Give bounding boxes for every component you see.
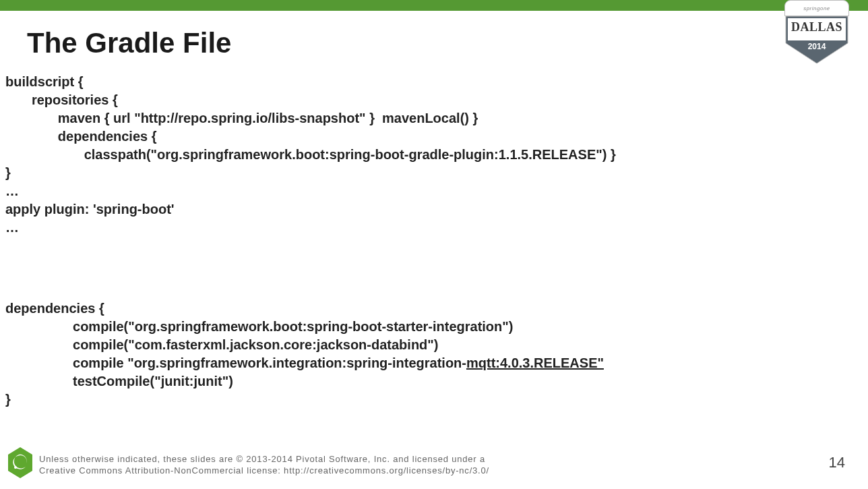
page-number: 14: [829, 454, 845, 471]
badge-city: DALLAS: [784, 20, 849, 34]
svg-point-1: [14, 466, 17, 469]
code-block-buildscript: buildscript { repositories { maven { url…: [5, 73, 616, 237]
badge-brand: springone: [784, 0, 849, 16]
code-deps-suffix: testCompile("junit:junit") }: [5, 374, 233, 407]
code-deps-prefix: dependencies { compile("org.springframew…: [5, 301, 513, 370]
badge-ribbon: DALLAS 2014: [784, 16, 849, 66]
spring-logo-icon: [5, 446, 35, 480]
copyright-line-2: Creative Commons Attribution-NonCommerci…: [39, 465, 489, 477]
slide-title: The Gradle File: [27, 27, 231, 59]
badge-year: 2014: [784, 42, 849, 51]
code-deps-underlined: mqtt:4.0.3.RELEASE": [466, 355, 604, 370]
copyright-line-1: Unless otherwise indicated, these slides…: [39, 454, 489, 465]
conference-badge: springone DALLAS 2014: [784, 0, 849, 69]
top-accent-bar: [0, 0, 868, 11]
code-block-dependencies: dependencies { compile("org.springframew…: [5, 299, 604, 409]
svg-marker-0: [8, 447, 32, 478]
copyright-text: Unless otherwise indicated, these slides…: [39, 454, 489, 477]
